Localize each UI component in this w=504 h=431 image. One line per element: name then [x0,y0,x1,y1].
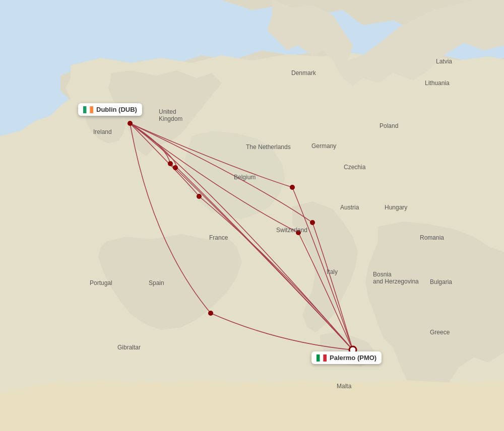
svg-point-4 [290,185,295,190]
svg-point-7 [208,311,213,316]
svg-rect-14 [320,354,324,362]
svg-point-5 [310,220,315,225]
dublin-label-text: Dublin (DUB) [96,106,137,113]
svg-point-6 [296,230,301,235]
svg-rect-10 [83,106,87,113]
svg-rect-12 [90,106,93,113]
palermo-label-text: Palermo (PMO) [330,354,376,362]
svg-point-8 [128,121,133,126]
svg-point-1 [168,161,173,166]
ireland-flag [83,106,93,113]
svg-rect-13 [317,354,320,362]
svg-point-3 [197,194,202,199]
svg-rect-11 [87,106,90,113]
svg-rect-15 [323,354,327,362]
map-container: Ireland UnitedKingdom The Netherlands Be… [0,0,504,431]
map-svg [0,0,504,431]
palermo-airport-label: Palermo (PMO) [311,351,382,364]
svg-point-2 [173,165,178,170]
italy-flag [317,354,327,362]
dublin-airport-label: Dublin (DUB) [78,103,142,116]
